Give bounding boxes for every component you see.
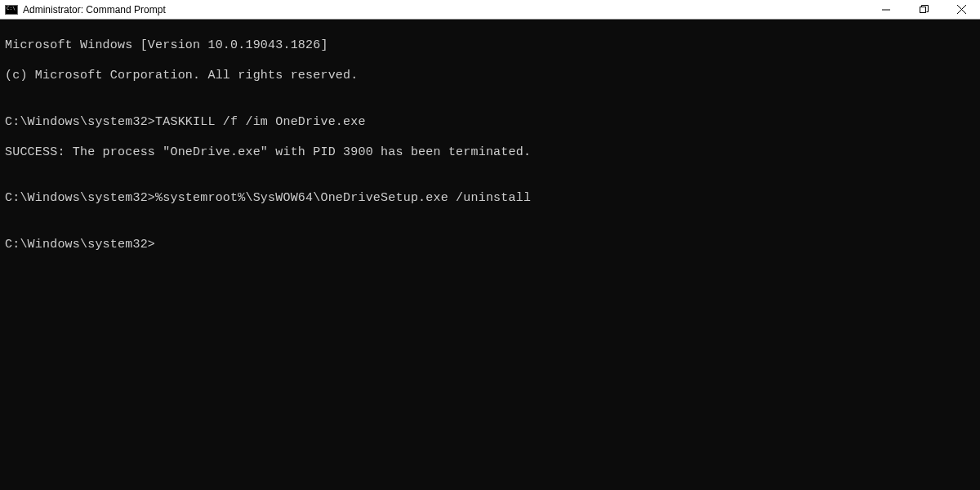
command-text: %systemroot%\SysWOW64\OneDriveSetup.exe … [155,191,531,205]
prompt-path: C:\Windows\system32> [5,115,155,129]
terminal-area[interactable]: Microsoft Windows [Version 10.0.19043.18… [0,20,980,490]
window-title: Administrator: Command Prompt [23,4,166,16]
maximize-button[interactable] [905,0,942,20]
prompt-line-1: C:\Windows\system32>TASKKILL /f /im OneD… [5,115,975,131]
titlebar: Administrator: Command Prompt [0,0,980,20]
window-controls [867,0,980,19]
prompt-path: C:\Windows\system32> [5,191,155,205]
svg-rect-1 [920,7,925,13]
prompt-line-2: C:\Windows\system32>%systemroot%\SysWOW6… [5,191,975,207]
prompt-path: C:\Windows\system32> [5,238,155,252]
titlebar-left: Administrator: Command Prompt [5,4,166,16]
maximize-icon [920,5,929,14]
minimize-button[interactable] [867,0,905,20]
output-line: SUCCESS: The process "OneDrive.exe" with… [5,145,975,161]
prompt-line-3: C:\Windows\system32> [5,238,975,253]
cmd-icon [5,5,18,15]
command-text: TASKKILL /f /im OneDrive.exe [155,115,366,129]
version-line: Microsoft Windows [Version 10.0.19043.18… [5,38,975,54]
close-icon [957,5,966,14]
copyright-line: (c) Microsoft Corporation. All rights re… [5,69,975,84]
minimize-icon [882,6,890,14]
close-button[interactable] [942,0,980,20]
